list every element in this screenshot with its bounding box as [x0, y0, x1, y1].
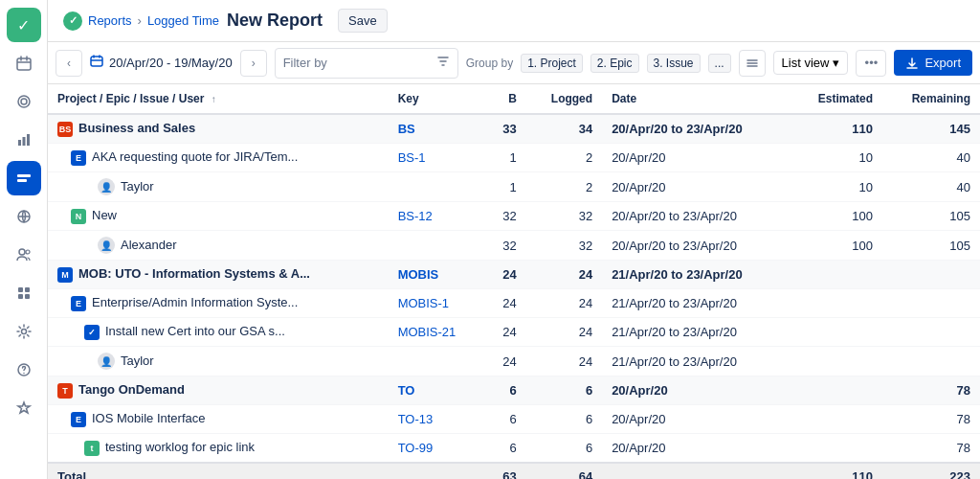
check-icon[interactable]: ✓: [7, 8, 41, 42]
row-remaining: [882, 318, 980, 347]
main-content: ✓ Reports › Logged Time New Report Save …: [48, 0, 980, 479]
row-estimated: [790, 347, 882, 376]
page-title: New Report: [227, 11, 323, 31]
row-key[interactable]: MOBIS: [389, 261, 485, 289]
grid-icon[interactable]: [7, 276, 41, 310]
calendar-icon: [90, 55, 103, 71]
layers-icon[interactable]: [7, 84, 41, 119]
table-row: 👤Taylor 1 2 20/Apr/20 10 40: [48, 172, 980, 202]
chart-bar-icon[interactable]: [7, 123, 41, 157]
save-button[interactable]: Save: [338, 9, 388, 33]
total-row: Total 63 64 110 223: [48, 463, 980, 479]
more-options-button[interactable]: •••: [856, 50, 886, 77]
table-row: EAKA requesting quote for JIRA/Tem... BS…: [48, 144, 980, 172]
export-button[interactable]: Export: [894, 50, 972, 76]
row-estimated: 10: [790, 144, 882, 172]
table-row: 👤Alexander 32 32 20/Apr/20 to 23/Apr/20 …: [48, 231, 980, 261]
avatar: 👤: [98, 237, 115, 254]
group-by-label: Group by: [466, 57, 513, 70]
list-view-button[interactable]: List view ▾: [773, 51, 849, 75]
col-b: B: [485, 84, 526, 114]
export-label: Export: [924, 56, 961, 70]
list-icon-button[interactable]: [739, 50, 766, 77]
svg-rect-12: [25, 287, 30, 292]
col-remaining: Remaining: [882, 84, 980, 114]
row-key: [389, 347, 485, 376]
toolbar-right: Group by 1. Project 2. Epic 3. Issue ...…: [466, 50, 972, 77]
row-estimated: 10: [790, 172, 882, 202]
group-tag-epic[interactable]: 2. Epic: [590, 54, 639, 73]
table-row: 👤Taylor 24 24 21/Apr/20 to 23/Apr/20: [48, 347, 980, 376]
globe-icon[interactable]: [7, 199, 41, 234]
type-icon: E: [71, 412, 86, 427]
row-estimated: [790, 376, 882, 405]
toolbar: ‹ 20/Apr/20 - 19/May/20 › Filter by Grou…: [48, 42, 980, 84]
breadcrumb-separator: ›: [138, 13, 142, 28]
type-icon: t: [84, 441, 100, 456]
breadcrumb-reports[interactable]: Reports: [88, 13, 132, 28]
row-b: 24: [485, 347, 526, 376]
row-b: 33: [485, 114, 526, 144]
row-key[interactable]: BS-1: [389, 144, 485, 172]
filter-icon: [436, 55, 450, 71]
svg-rect-3: [18, 140, 21, 146]
next-button[interactable]: ›: [240, 50, 267, 77]
row-date: 20/Apr/20: [602, 172, 790, 202]
row-name: NNew: [48, 202, 389, 231]
row-date: 20/Apr/20: [602, 144, 790, 172]
svg-point-17: [23, 373, 25, 375]
row-estimated: [790, 289, 882, 318]
avatar: 👤: [98, 178, 115, 195]
col-estimated: Estimated: [790, 84, 882, 114]
svg-rect-4: [22, 137, 25, 146]
row-key[interactable]: TO-99: [389, 434, 485, 464]
row-key[interactable]: BS: [389, 114, 485, 144]
gear-icon[interactable]: [7, 314, 41, 349]
sidebar: ✓: [0, 0, 48, 479]
filter-input[interactable]: Filter by: [275, 48, 458, 79]
type-icon: ✓: [84, 325, 100, 340]
row-key[interactable]: MOBIS-1: [389, 289, 485, 318]
table-row: ✓Install new Cert into our GSA s... MOBI…: [48, 318, 980, 347]
svg-rect-0: [17, 58, 31, 70]
row-date: 21/Apr/20 to 23/Apr/20: [602, 347, 790, 376]
row-name: 👤Taylor: [48, 172, 389, 202]
prev-button[interactable]: ‹: [56, 50, 82, 77]
row-key[interactable]: MOBIS-21: [389, 318, 485, 347]
row-logged: 32: [526, 231, 602, 261]
row-date: 21/Apr/20 to 23/Apr/20: [602, 261, 790, 289]
svg-rect-5: [27, 134, 30, 146]
star-icon[interactable]: [7, 391, 41, 425]
type-icon: BS: [57, 122, 73, 137]
row-estimated: [790, 405, 882, 434]
group-tag-more[interactable]: ...: [708, 54, 731, 73]
col-name: Project / Epic / Issue / User ↑: [48, 84, 389, 114]
row-date: 20/Apr/20: [602, 405, 790, 434]
question-icon[interactable]: [7, 353, 41, 387]
table-row: EEnterprise/Admin Information Syste... M…: [48, 289, 980, 318]
svg-rect-7: [17, 179, 27, 182]
row-b: 6: [485, 376, 526, 405]
calendar-icon[interactable]: [7, 46, 41, 80]
row-key: [389, 172, 485, 202]
row-remaining: 145: [882, 114, 980, 144]
date-range-text: 20/Apr/20 - 19/May/20: [109, 56, 233, 70]
svg-point-1: [18, 96, 30, 107]
type-icon: E: [71, 296, 86, 311]
row-estimated: [790, 434, 882, 464]
row-logged: 32: [526, 202, 602, 231]
row-key[interactable]: TO-13: [389, 405, 485, 434]
breadcrumb-logged-time[interactable]: Logged Time: [147, 13, 219, 28]
svg-rect-13: [18, 294, 23, 299]
users-icon[interactable]: [7, 238, 41, 272]
row-name: ✓Install new Cert into our GSA s...: [48, 318, 389, 347]
chart-column-icon[interactable]: [7, 161, 41, 195]
row-key[interactable]: TO: [389, 376, 485, 405]
table-row: BSBusiness and Sales BS 33 34 20/Apr/20 …: [48, 114, 980, 144]
group-tag-issue[interactable]: 3. Issue: [647, 54, 701, 73]
total-estimated: 110: [790, 463, 882, 479]
row-logged: 6: [526, 434, 602, 464]
row-key[interactable]: BS-12: [389, 202, 485, 231]
row-date: 20/Apr/20: [602, 376, 790, 405]
group-tag-project[interactable]: 1. Project: [521, 54, 583, 73]
